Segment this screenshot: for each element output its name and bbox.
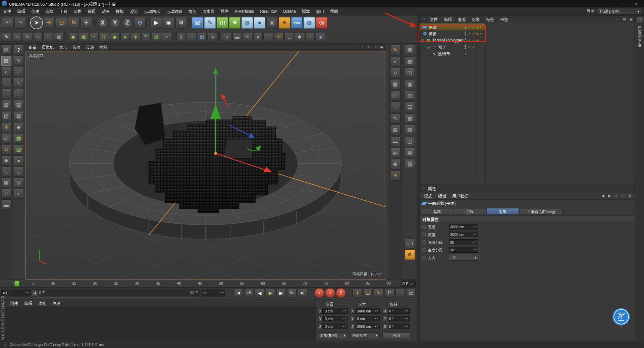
menu-snap[interactable]: 捕捉 <box>85 7 99 15</box>
height-field[interactable]: 3000 cm▲▼ <box>449 232 478 237</box>
selection-dots-icon[interactable]: ∷ <box>14 89 24 99</box>
enabled-check-icon[interactable]: ✓ <box>468 45 471 49</box>
rotate-tool-icon[interactable]: ↻ <box>68 17 79 29</box>
object-row-tube[interactable]: 管道 ✓ ✓ ◎ • <box>420 30 635 37</box>
workplane-mode-icon[interactable]: ∟ <box>1 78 11 88</box>
collapse-icon[interactable]: − <box>421 39 424 42</box>
point-select-icon[interactable]: ∷ <box>44 32 53 42</box>
menu-plugins[interactable]: 插件 <box>217 7 231 15</box>
render-check-icon[interactable]: ✓ <box>472 25 475 29</box>
cube-primitive-icon[interactable]: ▧ <box>152 32 161 42</box>
anim-dot-icon[interactable] <box>422 225 426 229</box>
object-name[interactable]: Tools4D Voxygen <box>432 38 464 43</box>
attr-menu-mode[interactable]: 模式 <box>421 192 435 199</box>
close-button[interactable]: × <box>631 0 642 7</box>
attr-menu-edit[interactable]: 编辑 <box>435 192 449 199</box>
scatter-tool-icon[interactable]: ∷ <box>264 32 273 42</box>
om-search-icon[interactable]: ⌕ <box>615 16 621 22</box>
edges-mode-icon[interactable]: ▦ <box>1 100 11 110</box>
vp-menu-panel[interactable]: 面板 <box>97 44 110 51</box>
side-array-icon[interactable]: ∷ <box>390 102 400 112</box>
record-scale-toggle[interactable]: ⊡ <box>363 288 373 298</box>
menu-select[interactable]: 选择 <box>42 7 56 15</box>
menu-window[interactable]: 窗口 <box>313 7 327 15</box>
om-menu-tags[interactable]: 标签 <box>483 15 497 23</box>
enable-axis-icon[interactable]: ✛ <box>1 122 11 132</box>
enabled-check-icon[interactable]: ✓ <box>468 32 471 36</box>
view-cube-icon-4[interactable]: ▣ <box>405 79 415 89</box>
live-selection-icon[interactable]: ➤ <box>31 17 42 29</box>
add-spline-icon[interactable]: ✎ <box>204 17 216 29</box>
sculpt-tool-icon[interactable]: ● <box>253 32 263 42</box>
mat-menu-function[interactable]: 功能 <box>35 299 49 307</box>
add-subdivision-icon[interactable]: ◫ <box>217 17 228 29</box>
add-sky-icon[interactable]: ◍ <box>304 17 315 29</box>
cylinder-icon[interactable]: ● <box>14 155 24 165</box>
visibility-dots-icon[interactable] <box>465 25 466 29</box>
generator-dot-icon[interactable]: ◎ <box>476 32 479 36</box>
loft-nurbs-icon[interactable]: ▤ <box>197 32 207 42</box>
anim-dot-icon[interactable] <box>422 248 426 252</box>
menu-animate[interactable]: 动画 <box>99 7 113 15</box>
side-bookmark-icon[interactable]: ▤ <box>390 148 400 158</box>
menu-help[interactable]: 帮助 <box>327 7 341 15</box>
menu-mograph[interactable]: 运动图形 <box>141 7 163 15</box>
boole-icon[interactable]: ◓ <box>89 32 99 42</box>
end-frame-field[interactable]: 90 F▲▼ <box>202 290 225 296</box>
visibility-dots-icon[interactable] <box>465 38 466 42</box>
snap-3d-icon[interactable]: ◆ <box>1 155 11 165</box>
menu-render[interactable]: 渲染 <box>127 7 141 15</box>
points-mode-icon[interactable]: ∷ <box>1 89 11 99</box>
point-level-toggle[interactable]: ∷ <box>395 288 405 298</box>
add-light-icon[interactable]: ☀ <box>279 17 290 29</box>
side-sketch-icon[interactable]: ✎ <box>390 45 400 55</box>
view-cube-icon-10[interactable]: ▦ <box>405 148 415 158</box>
render-check-icon[interactable]: ✓ <box>472 32 475 36</box>
object-name[interactable]: 挤压 <box>438 44 446 50</box>
mat-menu-texture[interactable]: 纹理 <box>49 299 63 307</box>
menu-tools[interactable]: 工具 <box>56 7 70 15</box>
menu-script[interactable]: 脚本 <box>299 7 313 15</box>
dial-tool-icon[interactable]: ◔ <box>305 32 315 42</box>
side-snap-icon[interactable]: ∪ <box>390 68 400 78</box>
view-cube-icon-3[interactable]: ◫ <box>405 68 415 78</box>
polygon-pen-icon[interactable]: ✎ <box>2 32 11 42</box>
menu-edit[interactable]: 编辑 <box>14 7 28 15</box>
array-generator-icon[interactable]: ▦ <box>79 32 88 42</box>
coord-mode-dropdown[interactable]: 对象(相对)▾ <box>318 332 347 338</box>
lock-z-axis-icon[interactable]: Z <box>122 17 133 29</box>
add-mograph-icon[interactable]: ❖ <box>229 17 240 29</box>
menu-motion-tracker[interactable]: 运动跟踪 <box>163 7 185 15</box>
selection-grid-icon[interactable]: ▦ <box>14 100 24 110</box>
record-position-toggle[interactable]: ✛ <box>353 288 362 298</box>
render-settings-icon[interactable]: ⚙ <box>175 17 187 29</box>
stitch-tool-icon[interactable]: ∿ <box>14 78 24 88</box>
generator-dot2-icon[interactable]: • <box>480 32 481 36</box>
mat-menu-create[interactable]: 创建 <box>7 299 21 307</box>
om-menu-file[interactable]: 文件 <box>427 15 441 23</box>
spline-pen-icon[interactable]: ✎ <box>14 56 24 66</box>
workplane-tool-icon[interactable]: ∟ <box>284 32 294 42</box>
vp-menu-camera[interactable]: 摄像机 <box>39 44 56 51</box>
cluster-icon[interactable]: ◆ <box>14 122 24 132</box>
dock-grip-icon[interactable]: ∷ <box>636 17 643 23</box>
size-x-field[interactable]: 3000 cm▲▼ <box>356 308 380 314</box>
height-segments-field[interactable]: 20▲▼ <box>449 247 478 253</box>
text-spline-icon[interactable]: T <box>141 32 151 42</box>
object-row-voxygen[interactable]: − ▧ Tools4D Voxygen ✓ ✓ ◎ <box>420 37 635 44</box>
panel-grip-icon[interactable]: ∷ <box>421 16 427 22</box>
lattice-icon[interactable]: ▦ <box>14 133 24 143</box>
record-key-button[interactable]: • <box>315 288 324 298</box>
next-key-button[interactable]: ↻ <box>287 288 297 298</box>
panel-grip-icon[interactable]: ∷ <box>421 186 427 191</box>
enable-snap-icon[interactable]: ∪ <box>1 144 11 154</box>
timeline-ruler[interactable]: 05 1015 2025 3035 4045 5055 6065 7075 80… <box>0 280 417 288</box>
edge-select-icon[interactable]: ▦ <box>54 32 63 42</box>
object-name[interactable]: 比特币 <box>438 51 450 57</box>
rot-b-field[interactable]: 0 °▲▼ <box>388 324 410 329</box>
om-menu-edit[interactable]: 编辑 <box>441 15 455 23</box>
metaball-icon[interactable]: ● <box>120 32 130 42</box>
view-cube-icon-11[interactable]: ▧ <box>405 159 415 169</box>
side-shade-icon[interactable]: ◐ <box>390 56 400 66</box>
orientation-dropdown[interactable]: +Y▾ <box>449 255 478 261</box>
